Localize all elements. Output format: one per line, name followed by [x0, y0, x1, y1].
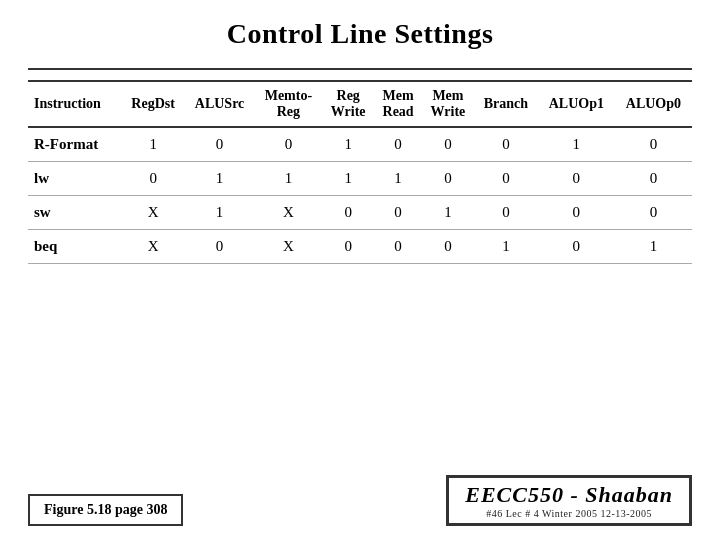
cell-row1-col4: 1 — [374, 162, 422, 196]
page: Control Line Settings Instruction RegDst… — [0, 0, 720, 540]
eecc-box: EECC550 - Shaaban #46 Lec # 4 Winter 200… — [446, 475, 692, 526]
cell-instruction: lw — [28, 162, 122, 196]
cell-row3-col1: 0 — [185, 230, 255, 264]
cell-row3-col2: X — [255, 230, 323, 264]
table-row: beqX0X000101 — [28, 230, 692, 264]
col-header-aluop1: ALUOp1 — [538, 81, 615, 127]
cell-row2-col7: 0 — [538, 196, 615, 230]
cell-row0-col3: 1 — [322, 127, 374, 162]
cell-row3-col7: 0 — [538, 230, 615, 264]
cell-row0-col4: 0 — [374, 127, 422, 162]
cell-row1-col5: 0 — [422, 162, 474, 196]
cell-instruction: sw — [28, 196, 122, 230]
cell-row1-col1: 1 — [185, 162, 255, 196]
col-header-memtoreg: Memto-Reg — [255, 81, 323, 127]
cell-row1-col7: 0 — [538, 162, 615, 196]
cell-row3-col8: 1 — [615, 230, 692, 264]
cell-row2-col2: X — [255, 196, 323, 230]
col-header-memread: MemRead — [374, 81, 422, 127]
cell-row0-col0: 1 — [122, 127, 185, 162]
cell-instruction: beq — [28, 230, 122, 264]
cell-row2-col6: 0 — [474, 196, 538, 230]
eecc-subtitle: #46 Lec # 4 Winter 2005 12-13-2005 — [486, 508, 652, 519]
cell-row3-col4: 0 — [374, 230, 422, 264]
cell-row2-col5: 1 — [422, 196, 474, 230]
cell-row2-col0: X — [122, 196, 185, 230]
table-row: swX1X001000 — [28, 196, 692, 230]
table-header-row: Instruction RegDst ALUSrc Memto-Reg RegW… — [28, 81, 692, 127]
control-line-table: Instruction RegDst ALUSrc Memto-Reg RegW… — [28, 80, 692, 264]
col-header-regdst: RegDst — [122, 81, 185, 127]
cell-row0-col7: 1 — [538, 127, 615, 162]
table-wrapper: Instruction RegDst ALUSrc Memto-Reg RegW… — [28, 80, 692, 461]
cell-row0-col5: 0 — [422, 127, 474, 162]
cell-row1-col6: 0 — [474, 162, 538, 196]
table-row: lw011110000 — [28, 162, 692, 196]
col-header-alusrc: ALUSrc — [185, 81, 255, 127]
cell-row0-col2: 0 — [255, 127, 323, 162]
cell-row1-col0: 0 — [122, 162, 185, 196]
page-title: Control Line Settings — [28, 18, 692, 50]
col-header-aluop0: ALUOp0 — [615, 81, 692, 127]
cell-row3-col6: 1 — [474, 230, 538, 264]
cell-row2-col1: 1 — [185, 196, 255, 230]
cell-row1-col8: 0 — [615, 162, 692, 196]
cell-row3-col0: X — [122, 230, 185, 264]
cell-row1-col3: 1 — [322, 162, 374, 196]
table-row: R-Format100100010 — [28, 127, 692, 162]
eecc-title: EECC550 - Shaaban — [465, 482, 673, 508]
cell-row2-col4: 0 — [374, 196, 422, 230]
cell-row3-col3: 0 — [322, 230, 374, 264]
col-header-instruction: Instruction — [28, 81, 122, 127]
cell-row0-col1: 0 — [185, 127, 255, 162]
cell-instruction: R-Format — [28, 127, 122, 162]
footer-area: Figure 5.18 page 308 EECC550 - Shaaban #… — [28, 475, 692, 526]
col-header-branch: Branch — [474, 81, 538, 127]
cell-row2-col8: 0 — [615, 196, 692, 230]
col-header-regwrite: RegWrite — [322, 81, 374, 127]
cell-row1-col2: 1 — [255, 162, 323, 196]
cell-row3-col5: 0 — [422, 230, 474, 264]
figure-caption: Figure 5.18 page 308 — [28, 494, 183, 526]
cell-row0-col6: 0 — [474, 127, 538, 162]
cell-row2-col3: 0 — [322, 196, 374, 230]
cell-row0-col8: 0 — [615, 127, 692, 162]
col-header-memwrite: MemWrite — [422, 81, 474, 127]
top-divider — [28, 68, 692, 70]
